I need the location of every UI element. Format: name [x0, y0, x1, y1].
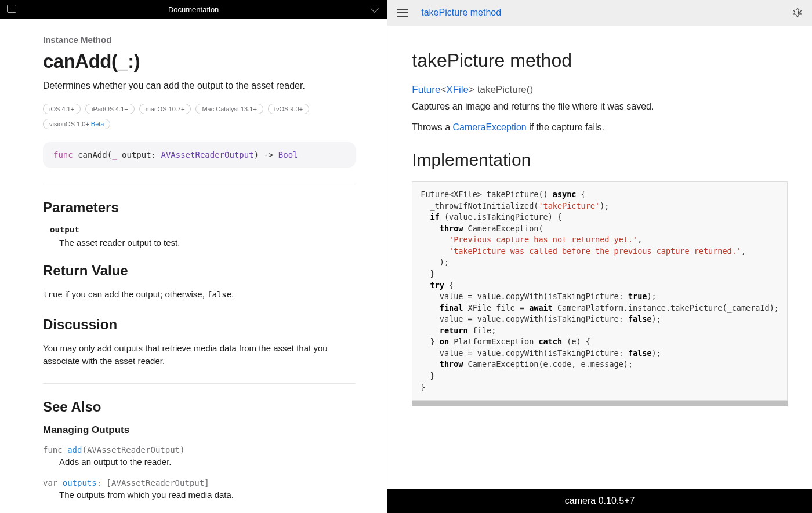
- horizontal-scrollbar[interactable]: [412, 401, 788, 406]
- parameters-heading: Parameters: [43, 199, 356, 216]
- declaration: func canAdd(_ output: AVAssetReaderOutpu…: [43, 142, 356, 168]
- page-title: canAdd(_:): [43, 50, 356, 72]
- implementation-heading: Implementation: [412, 150, 788, 170]
- platform-tag: tvOS 9.0+: [268, 104, 309, 114]
- see-also-desc: Adds an output to the reader.: [59, 457, 356, 467]
- eyebrow: Instance Method: [43, 35, 356, 45]
- return-value-body: true if you can add the output; otherwis…: [43, 288, 356, 301]
- summary: Determines whether you can add the outpu…: [43, 81, 356, 91]
- method-title: takePicture method: [412, 50, 788, 71]
- throws-line: Throws a CameraException if the capture …: [412, 122, 788, 133]
- platform-tag: Mac Catalyst 13.1+: [195, 104, 263, 114]
- breadcrumb[interactable]: takePicture method: [421, 8, 501, 18]
- see-also-heading: See Also: [43, 399, 356, 415]
- see-also-subheading: Managing Outputs: [43, 424, 356, 436]
- menu-icon[interactable]: [397, 9, 408, 17]
- method-signature: Future<XFile> takePicture(): [412, 84, 788, 96]
- discussion-heading: Discussion: [43, 316, 356, 333]
- apple-doc-pane: Documentation Instance Method canAdd(_:)…: [0, 0, 387, 513]
- camera-exception-link[interactable]: CameraException: [453, 122, 527, 132]
- see-also-item[interactable]: var outputs: [AVAssetReaderOutput]: [43, 478, 356, 487]
- param-name: output: [50, 225, 356, 234]
- platform-tag: iOS 4.1+: [43, 104, 81, 114]
- footer: camera 0.10.5+7: [387, 489, 812, 513]
- left-content: Instance Method canAdd(_:) Determines wh…: [0, 19, 387, 513]
- divider: [43, 184, 356, 184]
- xfile-link[interactable]: XFile: [446, 84, 469, 95]
- method-description: Captures an image and returns the file w…: [412, 101, 788, 112]
- see-also-list: func add(AVAssetReaderOutput)Adds an out…: [43, 445, 356, 500]
- left-header: Documentation: [0, 0, 387, 19]
- see-also-item[interactable]: func add(AVAssetReaderOutput): [43, 445, 356, 454]
- brightness-icon[interactable]: [792, 8, 803, 18]
- package-version: camera 0.10.5+7: [565, 496, 635, 505]
- return-value-heading: Return Value: [43, 263, 356, 279]
- platform-tag: macOS 10.7+: [139, 104, 191, 114]
- divider: [43, 383, 356, 384]
- see-also-desc: The outputs from which you read media da…: [59, 490, 356, 500]
- dart-doc-pane: takePicture method takePicture method Fu…: [387, 0, 812, 513]
- platform-tag: iPadOS 4.1+: [85, 104, 135, 114]
- code-block: Future<XFile> takePicture() async { _thr…: [412, 181, 788, 401]
- right-header: takePicture method: [387, 0, 812, 26]
- header-title: Documentation: [168, 5, 219, 14]
- sidebar-toggle-icon[interactable]: [7, 5, 16, 13]
- platform-tags: iOS 4.1+iPadOS 4.1+macOS 10.7+Mac Cataly…: [43, 104, 356, 129]
- right-content: takePicture method Future<XFile> takePic…: [387, 26, 812, 489]
- future-link[interactable]: Future: [412, 84, 440, 95]
- platform-tag: visionOS 1.0+ Beta: [43, 119, 110, 129]
- discussion-body: You may only add outputs that retrieve m…: [43, 342, 356, 368]
- chevron-down-icon[interactable]: [371, 5, 379, 13]
- param-desc: The asset reader output to test.: [59, 238, 356, 248]
